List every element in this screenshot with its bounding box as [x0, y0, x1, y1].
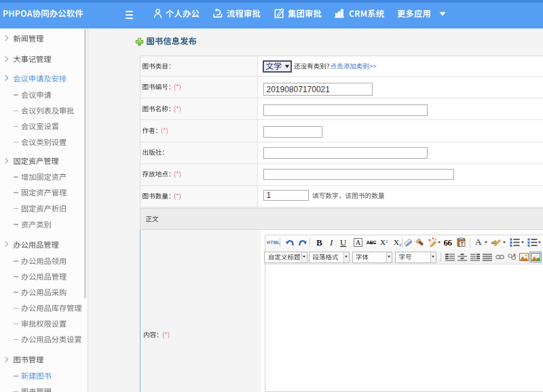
svg-text:T: T: [461, 241, 464, 246]
